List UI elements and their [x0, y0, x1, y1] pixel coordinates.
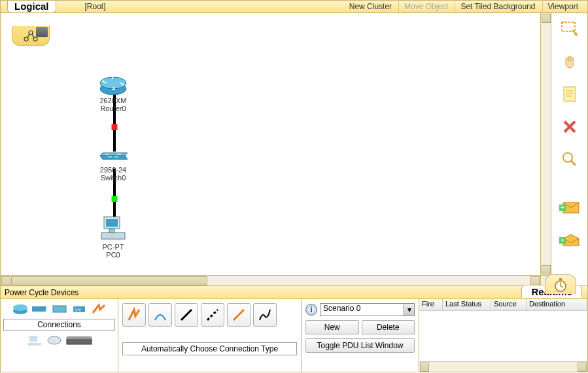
scenario-selected-label: Scenario 0: [323, 304, 360, 313]
toggle-pdu-list-button[interactable]: Toggle PDU List Window: [305, 338, 415, 353]
svg-line-42: [233, 310, 244, 320]
connection-types-panel: Automatically Choose Connection Type: [118, 299, 302, 372]
scenario-new-button[interactable]: New: [305, 320, 359, 334]
crossover-cable-icon: [205, 307, 220, 323]
svg-line-4: [32, 34, 34, 38]
workspace-canvas-wrap: 2620XM Router0 2950-24 Switch0: [0, 13, 551, 286]
select-tool[interactable]: [558, 18, 581, 39]
svg-point-18: [563, 153, 572, 162]
device-pc0[interactable]: PC-PT PC0: [100, 216, 126, 259]
svg-rect-36: [28, 343, 41, 346]
new-cluster-button[interactable]: New Cluster: [344, 1, 397, 12]
scenario-delete-button[interactable]: Delete: [362, 320, 415, 334]
end-devices-category-icon[interactable]: [27, 334, 43, 346]
dropdown-arrow-icon: ▾: [404, 304, 414, 316]
svg-rect-8: [106, 219, 118, 227]
device-switch0[interactable]: 2950-24 Switch0: [99, 150, 128, 182]
set-tiled-background-button[interactable]: Set Tiled Background: [455, 1, 540, 12]
svg-rect-39: [67, 336, 92, 339]
connections-category-icon[interactable]: [91, 303, 107, 315]
conn-auto-button[interactable]: [122, 303, 146, 327]
scenario-info-button[interactable]: i: [305, 304, 317, 316]
pdu-table-header: Fire Last Status Source Destination: [419, 299, 587, 311]
svg-point-37: [48, 336, 61, 344]
svg-rect-35: [29, 336, 37, 342]
svg-rect-10: [109, 229, 114, 233]
device-router0[interactable]: 2620XM Router0: [99, 74, 128, 112]
delete-x-icon: [562, 120, 577, 134]
router-icon: [99, 74, 128, 95]
pc-icon: [100, 216, 126, 242]
fiber-cable-icon: [231, 307, 247, 323]
pdu-col-fire[interactable]: Fire: [419, 299, 443, 310]
device-name-label: Switch0: [99, 174, 128, 182]
switch-icon: [99, 150, 128, 165]
cluster-nav-tab[interactable]: [12, 26, 50, 46]
add-simple-pdu-tool[interactable]: +: [558, 197, 581, 218]
svg-rect-32: [53, 306, 66, 312]
viewport-button[interactable]: Viewport: [542, 1, 583, 12]
svg-text:+: +: [561, 236, 564, 244]
canvas-hscrollbar[interactable]: [1, 275, 540, 285]
conn-phone-button[interactable]: [253, 303, 277, 327]
device-type-label: 2620XM: [99, 97, 128, 105]
selection-marquee-icon: [561, 21, 579, 37]
wan-emulation-category-icon[interactable]: [46, 334, 62, 346]
routers-category-icon[interactable]: [12, 303, 28, 315]
phone-cable-icon: [257, 307, 273, 323]
power-cycle-button[interactable]: Power Cycle Devices: [5, 288, 78, 297]
svg-line-19: [571, 161, 576, 165]
scenario-select[interactable]: Scenario 0 ▾: [320, 303, 415, 316]
magnifier-icon: [562, 152, 578, 167]
back-device-icon: [36, 27, 48, 37]
pdu-col-last-status[interactable]: Last Status: [443, 299, 491, 310]
breadcrumb-root[interactable]: [Root]: [85, 2, 106, 11]
switches-category-icon[interactable]: [32, 303, 48, 315]
info-icon: i: [310, 305, 312, 315]
conn-fiber-button[interactable]: [227, 303, 251, 327]
mode-tab-logical[interactable]: Logical: [7, 1, 56, 13]
svg-point-30: [13, 304, 27, 311]
pdu-table-body[interactable]: [419, 311, 587, 361]
hubs-category-icon[interactable]: [52, 303, 67, 315]
stopwatch-icon: [553, 278, 568, 292]
device-name-label: Router0: [99, 105, 128, 112]
svg-line-40: [181, 310, 192, 320]
svg-text:((•)): ((•)): [75, 308, 81, 312]
add-complex-pdu-tool[interactable]: +: [558, 230, 581, 251]
right-tool-palette: + +: [551, 13, 588, 286]
wireless-category-icon[interactable]: ((•)): [71, 303, 87, 315]
conn-console-button[interactable]: [148, 303, 172, 327]
connection-description-label: Automatically Choose Connection Type: [122, 342, 297, 355]
delete-tool[interactable]: [558, 116, 581, 137]
closed-envelope-plus-icon: +: [559, 201, 580, 215]
conn-crossover-button[interactable]: [201, 303, 224, 327]
status-bar: Power Cycle Devices Realtime: [0, 286, 588, 299]
realtime-clock-tab[interactable]: [545, 274, 576, 294]
svg-rect-31: [32, 306, 46, 312]
svg-rect-38: [67, 338, 92, 344]
device-name-label: PC0: [100, 251, 126, 259]
svg-rect-12: [564, 87, 576, 101]
inspect-tool[interactable]: [558, 149, 581, 170]
pdu-col-source[interactable]: Source: [491, 299, 527, 310]
svg-line-41: [207, 310, 218, 320]
move-object-button[interactable]: Move Object: [398, 1, 453, 12]
move-tool[interactable]: [558, 51, 581, 72]
top-toolbar: Logical [Root] New Cluster Move Object S…: [0, 0, 588, 13]
device-type-label: 2950-24: [99, 166, 128, 174]
svg-rect-26: [559, 278, 562, 280]
note-tool[interactable]: [558, 84, 581, 105]
device-type-label: PC-PT: [100, 243, 126, 251]
canvas-vscrollbar[interactable]: [540, 13, 551, 275]
workspace-canvas[interactable]: 2620XM Router0 2950-24 Switch0: [1, 13, 551, 272]
conn-straight-button[interactable]: [175, 303, 198, 327]
svg-text:+: +: [561, 204, 564, 211]
console-cable-icon: [152, 307, 168, 323]
auto-connection-icon: [126, 307, 142, 323]
custom-devices-category-icon[interactable]: [66, 334, 92, 346]
hand-icon: [562, 54, 578, 69]
pdu-col-destination[interactable]: Destination: [527, 299, 587, 310]
pdu-hscrollbar[interactable]: [419, 361, 587, 372]
device-category-panel: ((•)) Connections: [1, 299, 118, 372]
